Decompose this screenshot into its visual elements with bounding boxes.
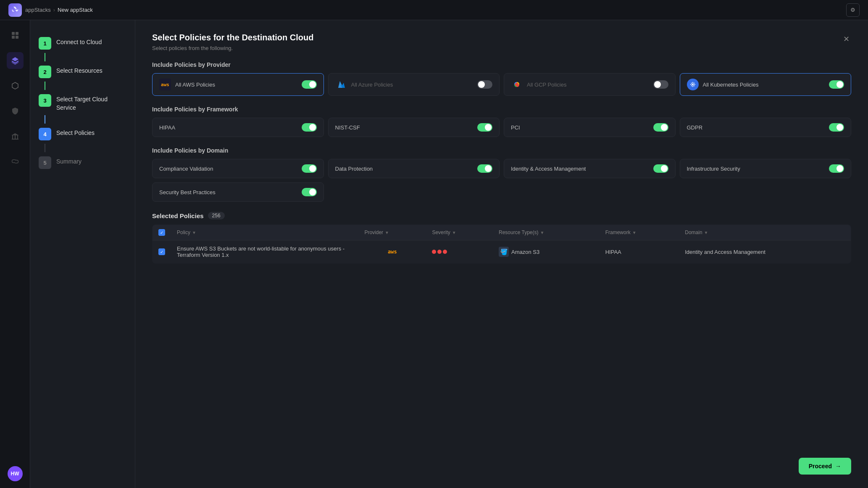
breadcrumb-root[interactable]: appStacks (25, 7, 51, 13)
domain-card-iam[interactable]: Identity & Access Management (504, 159, 676, 178)
resource-col-header: Resource Type(s) ▼ (493, 225, 600, 240)
by-provider-title: Include Policies by Provider (152, 61, 851, 68)
proceed-button[interactable]: Proceed → (799, 458, 851, 475)
infra-toggle[interactable] (829, 164, 844, 173)
pci-toggle[interactable] (653, 123, 668, 132)
compliance-label: Compliance Validation (159, 166, 213, 172)
sidebar-icon-link[interactable] (7, 153, 24, 170)
svg-rect-3 (16, 36, 18, 39)
security-toggle[interactable] (302, 188, 317, 196)
provider-card-aws[interactable]: aws All AWS Policies (152, 73, 324, 96)
row-checkbox[interactable]: ✓ (158, 248, 165, 255)
top-bar: appStacks › New appStack ⚙ (0, 0, 868, 20)
panel-subtitle: Select policies from the following. (152, 45, 314, 51)
gdpr-label: GDPR (687, 124, 703, 131)
gcp-icon (511, 79, 523, 90)
domain-card-compliance[interactable]: Compliance Validation (152, 159, 324, 178)
policy-sort[interactable]: Policy ▼ (177, 229, 352, 235)
panel-title: Select Policies for the Destination Clou… (152, 33, 314, 42)
iam-toggle[interactable] (653, 164, 668, 173)
severity-cell (426, 240, 493, 264)
step-label-1[interactable]: Connect to Cloud (56, 36, 102, 47)
proceed-label: Proceed (809, 463, 832, 470)
step-badge-2: 2 (39, 66, 51, 78)
step-badge-5: 5 (39, 156, 51, 169)
wizard-step-5: 5 Summary (39, 152, 126, 172)
framework-card-hipaa[interactable]: HIPAA (152, 118, 324, 137)
infra-label: Infrastructure Security (687, 166, 740, 172)
step-label-4[interactable]: Select Policies (56, 127, 95, 137)
sidebar-icon-grid[interactable] (7, 27, 24, 44)
domain-grid-row1: Compliance Validation Data Protection Id… (152, 159, 851, 178)
hipaa-toggle[interactable] (302, 123, 317, 132)
sidebar-icon-hexagon[interactable] (7, 77, 24, 94)
user-avatar[interactable]: HW (8, 466, 23, 481)
by-framework-title: Include Policies by Framework (152, 106, 851, 113)
sidebar-icon-bank[interactable] (7, 128, 24, 145)
wizard-step-4: 4 Select Policies (39, 124, 126, 152)
azure-icon (335, 79, 347, 90)
step-line-4 (45, 144, 45, 152)
close-button[interactable]: ✕ (842, 33, 851, 45)
compliance-toggle[interactable] (302, 164, 317, 173)
top-bar-left: appStacks › New appStack (8, 3, 93, 17)
domain-card-infra[interactable]: Infrastructure Security (680, 159, 852, 178)
gdpr-toggle[interactable] (829, 123, 844, 132)
provider-card-azure[interactable]: All Azure Policies (328, 73, 500, 96)
severity-sort[interactable]: Severity ▼ (432, 229, 487, 235)
policies-count-badge: 256 (208, 212, 225, 219)
row-checkbox-cell: ✓ (153, 240, 171, 264)
svg-rect-6 (15, 135, 16, 139)
azure-toggle[interactable] (477, 80, 492, 89)
sidebar-icon-layers[interactable] (7, 52, 24, 69)
iam-label: Identity & Access Management (511, 166, 586, 172)
domain-card-data[interactable]: Data Protection (328, 159, 500, 178)
step-badge-3: 3 (39, 94, 51, 107)
settings-button[interactable]: ⚙ (846, 3, 860, 17)
sidebar-icon-shield[interactable] (7, 103, 24, 119)
nist-toggle[interactable] (477, 123, 492, 132)
gcp-toggle[interactable] (653, 80, 668, 89)
provider-sort[interactable]: Provider ▼ (364, 229, 420, 235)
select-all-th: ✓ (153, 225, 171, 240)
severity-sort-icon: ▼ (452, 230, 456, 235)
framework-card-nist[interactable]: NIST-CSF (328, 118, 500, 137)
framework-cell: HIPAA (600, 240, 679, 264)
selected-policies-header: Selected Policies 256 (152, 212, 851, 219)
security-label: Security Best Practices (159, 189, 216, 195)
wizard-step-2: 2 Select Resources (39, 61, 126, 90)
k8s-icon (687, 79, 699, 90)
provider-card-k8s[interactable]: All Kubernetes Policies (680, 73, 852, 96)
framework-col-header: Framework ▼ (600, 225, 679, 240)
svg-point-10 (692, 84, 694, 85)
severity-dot-1 (432, 250, 436, 254)
svg-rect-0 (12, 32, 15, 35)
step-line-1 (45, 53, 45, 61)
resource-sort-icon: ▼ (540, 230, 544, 235)
provider-sort-icon: ▼ (385, 230, 389, 235)
main-panel: Select Policies for the Destination Clou… (135, 20, 868, 488)
aws-provider-icon: aws (364, 249, 420, 255)
k8s-toggle[interactable] (829, 80, 844, 89)
domain-sort[interactable]: Domain ▼ (685, 229, 845, 235)
framework-sort-icon: ▼ (632, 230, 637, 235)
framework-card-gdpr[interactable]: GDPR (680, 118, 852, 137)
svg-rect-5 (12, 135, 13, 139)
severity-indicator (432, 250, 487, 254)
data-toggle[interactable] (477, 164, 492, 173)
step-label-3[interactable]: Select Target Cloud Service (56, 93, 126, 112)
provider-card-gcp[interactable]: All GCP Policies (504, 73, 676, 96)
by-framework-section: Include Policies by Framework HIPAA NIST… (152, 106, 851, 137)
framework-sort[interactable]: Framework ▼ (605, 229, 673, 235)
resource-sort[interactable]: Resource Type(s) ▼ (499, 229, 594, 235)
step-label-2[interactable]: Select Resources (56, 65, 103, 75)
select-all-checkbox[interactable]: ✓ (158, 229, 165, 236)
svg-rect-2 (12, 36, 15, 39)
framework-card-pci[interactable]: PCI (504, 118, 676, 137)
aws-label: All AWS Policies (175, 82, 215, 88)
severity-col-header: Severity ▼ (426, 225, 493, 240)
step-label-5[interactable]: Summary (56, 156, 82, 166)
policy-name-cell: Ensure AWS S3 Buckets are not world-list… (171, 240, 358, 264)
domain-card-security[interactable]: Security Best Practices (152, 182, 324, 202)
aws-toggle[interactable] (302, 80, 317, 89)
